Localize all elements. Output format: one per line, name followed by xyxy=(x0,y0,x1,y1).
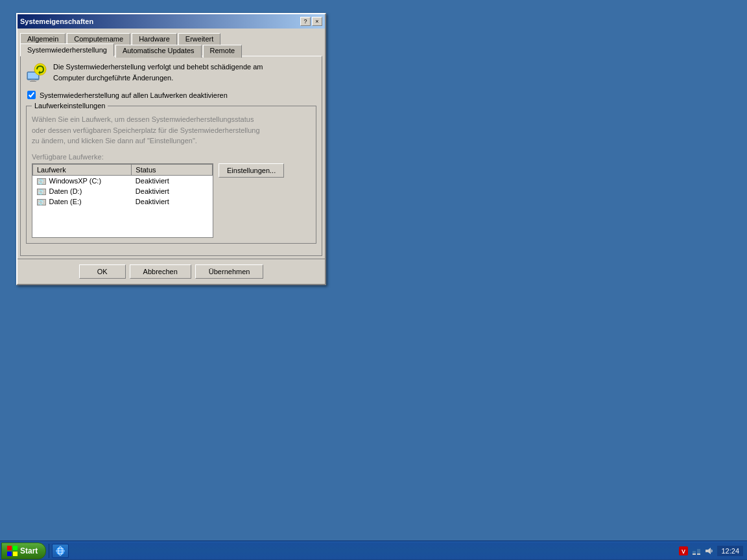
drive-name-d: 💿 Daten (D:) xyxy=(33,186,132,196)
tabs-row-1: Allgemein Computername Hardware Erweiter… xyxy=(20,31,322,43)
svg-rect-9 xyxy=(13,552,18,556)
checkbox-label[interactable]: Systemwiederherstellung auf allen Laufwe… xyxy=(40,91,228,99)
table-row[interactable]: 💿 WindowsXP (C:) Deaktiviert xyxy=(33,175,213,186)
table-row[interactable]: 💿 Daten (D:) Deaktiviert xyxy=(33,186,213,196)
internet-explorer-icon xyxy=(55,546,65,556)
cancel-button[interactable]: Abbrechen xyxy=(130,264,191,279)
available-drives-label: Verfügbare Laufwerke: xyxy=(32,153,311,161)
title-bar-buttons: ? × xyxy=(300,17,322,26)
svg-rect-7 xyxy=(13,546,18,550)
apply-button[interactable]: Übernehmen xyxy=(195,264,264,279)
network-tray-icon[interactable] xyxy=(691,546,702,556)
col-status: Status xyxy=(132,164,213,175)
tab-remote[interactable]: Remote xyxy=(203,45,243,58)
system-properties-dialog: Systemeigenschaften ? × Allgemein Comput… xyxy=(16,13,326,285)
drive-icon: 💿 xyxy=(37,199,46,205)
start-button[interactable]: Start xyxy=(1,542,46,559)
col-laufwerk: Laufwerk xyxy=(33,164,132,175)
svg-marker-19 xyxy=(706,548,711,554)
table-header-row: Laufwerk Status xyxy=(33,164,213,175)
windows-logo-icon xyxy=(7,546,18,556)
table-with-button: Laufwerk Status 💿 WindowsXP (C:) xyxy=(32,163,311,238)
title-bar: Systemeigenschaften ? × xyxy=(18,14,325,29)
drive-icon: 💿 xyxy=(37,189,46,195)
taskbar-tray: V 12:24 xyxy=(674,546,747,556)
drive-name-c: 💿 WindowsXP (C:) xyxy=(33,175,132,186)
svg-rect-16 xyxy=(697,549,700,554)
svg-rect-3 xyxy=(30,81,36,82)
dialog-buttons: OK Abbrechen Übernehmen xyxy=(18,259,325,284)
tab-content: Die Systemwiederherstellung verfolgt und… xyxy=(20,56,322,256)
tab-hardware[interactable]: Hardware xyxy=(132,33,177,45)
help-button[interactable]: ? xyxy=(300,17,311,26)
group-description: Wählen Sie ein Laufwerk, um dessen Syste… xyxy=(32,114,311,146)
info-text: Die Systemwiederherstellung verfolgt und… xyxy=(53,62,316,83)
table-row[interactable]: 💿 Daten (E:) Deaktiviert xyxy=(33,196,213,207)
tab-systemwiederherstellung[interactable]: Systemwiederherstellung xyxy=(20,43,114,56)
svg-text:V: V xyxy=(682,548,685,555)
svg-rect-8 xyxy=(7,552,12,556)
ok-button[interactable]: OK xyxy=(79,264,126,279)
tab-automatische-updates[interactable]: Automatische Updates xyxy=(115,45,202,58)
tabs-container: Allgemein Computername Hardware Erweiter… xyxy=(18,29,325,56)
drive-settings-group: Laufwerkeinstellungen Wählen Sie ein Lau… xyxy=(26,106,316,244)
desktop: Systemeigenschaften ? × Allgemein Comput… xyxy=(0,0,747,560)
taskbar: Start V xyxy=(0,541,747,560)
drive-name-e: 💿 Daten (E:) xyxy=(33,196,132,207)
drive-status-d: Deaktiviert xyxy=(132,186,213,196)
drives-table: Laufwerk Status 💿 WindowsXP (C:) xyxy=(32,164,213,207)
drive-status-c: Deaktiviert xyxy=(132,175,213,186)
tabs-row-2: Systemwiederherstellung Automatische Upd… xyxy=(20,43,322,56)
svg-rect-18 xyxy=(697,554,700,555)
restore-icon xyxy=(26,62,47,82)
settings-button[interactable]: Einstellungen... xyxy=(219,163,284,178)
info-section: Die Systemwiederherstellung verfolgt und… xyxy=(26,62,316,83)
svg-rect-17 xyxy=(693,554,696,555)
svg-rect-6 xyxy=(7,546,12,550)
group-legend: Laufwerkeinstellungen xyxy=(32,102,108,110)
tab-erweitert[interactable]: Erweitert xyxy=(178,33,220,45)
taskbar-internet-icon[interactable] xyxy=(52,544,69,558)
drives-table-container: Laufwerk Status 💿 WindowsXP (C:) xyxy=(32,163,213,238)
drive-status-e: Deaktiviert xyxy=(132,196,213,207)
close-button[interactable]: × xyxy=(312,17,322,26)
drive-icon: 💿 xyxy=(37,178,46,185)
dialog-title: Systemeigenschaften xyxy=(20,18,93,25)
svg-rect-15 xyxy=(693,551,696,554)
volume-tray-icon[interactable] xyxy=(704,546,715,556)
checkbox-row: Systemwiederherstellung auf allen Laufwe… xyxy=(27,91,316,99)
clock: 12:24 xyxy=(717,546,743,556)
antivirus-tray-icon[interactable]: V xyxy=(678,546,689,556)
disable-restore-checkbox[interactable] xyxy=(27,91,36,99)
